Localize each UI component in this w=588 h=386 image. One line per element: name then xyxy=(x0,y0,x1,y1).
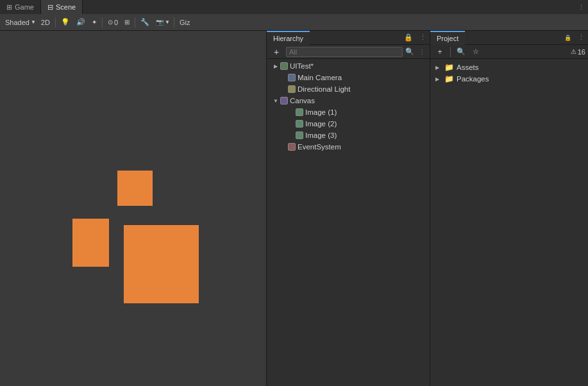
main-area: Hierarchy 🔒 ⋮ + 🔍 ⋮ ▶ UITest* xyxy=(0,31,588,386)
hierarchy-search-menu[interactable]: ⋮ xyxy=(417,48,427,55)
eventsystem-label: EventSystem xyxy=(298,143,341,151)
packages-label: Packages xyxy=(457,75,489,83)
project-badge-count: 16 xyxy=(578,48,585,56)
sep1 xyxy=(55,17,56,28)
directional-light-label: Directional Light xyxy=(298,85,350,93)
project-title: Project xyxy=(437,35,458,42)
camera-dropdown[interactable]: 📷 ▼ xyxy=(153,16,171,29)
tree-item-main-camera[interactable]: ▶ Main Camera xyxy=(267,72,430,83)
tree-item-image1[interactable]: ▶ Image (1) xyxy=(267,106,430,118)
hierarchy-search-bar: + 🔍 ⋮ xyxy=(267,45,430,59)
audio-icon: 🔊 xyxy=(76,18,85,26)
image3-obj-icon xyxy=(295,131,304,140)
uitest-icon xyxy=(280,62,289,71)
image3-label: Image (3) xyxy=(305,131,337,139)
packages-arrow-icon: ▶ xyxy=(435,76,442,82)
tab-game[interactable]: ⊞ Game xyxy=(0,0,41,14)
tab-scene[interactable]: ⊟ Scene xyxy=(41,0,83,14)
hierarchy-panel: Hierarchy 🔒 ⋮ + 🔍 ⋮ ▶ UITest* xyxy=(266,31,430,386)
tree-arrow-uitest: ▶ xyxy=(272,62,280,70)
2d-button[interactable]: 2D xyxy=(38,16,53,29)
fx-button[interactable]: ✦ xyxy=(89,16,99,29)
camera-dropdown-arrow: ▼ xyxy=(165,19,170,25)
project-add-button[interactable]: + xyxy=(433,45,447,59)
hierarchy-header: Hierarchy 🔒 ⋮ xyxy=(267,31,430,45)
camera-obj-icon xyxy=(287,73,296,82)
eventsystem-obj-icon xyxy=(287,142,296,151)
hierarchy-lock-icon[interactable]: 🔒 xyxy=(401,31,416,44)
grid-view-icon: ⊞ xyxy=(124,19,130,26)
assets-label: Assets xyxy=(457,63,479,71)
hierarchy-search-input[interactable] xyxy=(286,47,403,57)
camera-icon: 📷 xyxy=(156,19,164,26)
audio-button[interactable]: 🔊 xyxy=(74,16,88,29)
layers-button[interactable]: ⊙ 0 xyxy=(105,16,121,29)
image2-rect xyxy=(72,219,109,267)
light-obj-icon xyxy=(287,85,296,94)
gizmos-button[interactable]: Giz xyxy=(177,16,193,29)
tree-item-uitest[interactable]: ▶ UITest* xyxy=(267,60,430,72)
search-icon: 🔍 xyxy=(405,47,414,56)
sep3 xyxy=(135,17,135,28)
shaded-label: Shaded xyxy=(5,19,29,26)
add-icon: + xyxy=(274,47,279,57)
image1-obj-icon xyxy=(295,108,304,117)
gizmos-label: Giz xyxy=(180,19,190,26)
tab-bar-menu[interactable]: ⋮ xyxy=(575,0,588,14)
tree-item-image2[interactable]: ▶ Image (2) xyxy=(267,118,430,130)
project-badge-icon: ⚠ xyxy=(571,48,576,55)
hierarchy-tab[interactable]: Hierarchy xyxy=(267,31,310,45)
tab-game-label: Game xyxy=(15,3,34,11)
2d-label: 2D xyxy=(41,19,50,26)
wrench-icon: 🔧 xyxy=(140,18,149,26)
light-icon: 💡 xyxy=(61,18,70,26)
assets-folder-icon: 📁 xyxy=(444,63,454,72)
canvas-obj-icon xyxy=(280,96,289,105)
hierarchy-menu-btn[interactable]: ⋮ xyxy=(416,31,430,44)
folder-packages[interactable]: ▶ 📁 Packages xyxy=(433,73,585,85)
project-fav-button[interactable]: ☆ xyxy=(470,46,482,58)
tree-item-directional-light[interactable]: ▶ Directional Light xyxy=(267,83,430,95)
uitest-label: UITest* xyxy=(290,62,314,70)
gamepad-icon: ⊞ xyxy=(6,3,12,12)
hierarchy-title: Hierarchy xyxy=(273,35,303,42)
project-panel: Project 🔒 ⋮ + 🔍 ☆ ⚠ 16 ▶ 📁 Asset xyxy=(430,31,588,386)
grid-icon: ⊟ xyxy=(47,3,53,12)
sep2 xyxy=(102,17,103,28)
image2-label: Image (2) xyxy=(305,120,337,128)
dropdown-arrow-icon: ▼ xyxy=(31,19,36,25)
image3-rect xyxy=(124,225,199,303)
layers-icon: ⊙ xyxy=(108,19,113,26)
canvas-label: Canvas xyxy=(290,97,315,105)
layers-count: 0 xyxy=(114,19,118,26)
tree-item-eventsystem[interactable]: ▶ EventSystem xyxy=(267,141,430,153)
tab-scene-label: Scene xyxy=(56,3,76,11)
project-header: Project 🔒 ⋮ xyxy=(430,31,588,45)
project-tab[interactable]: Project xyxy=(430,31,465,45)
folder-assets[interactable]: ▶ 📁 Assets xyxy=(433,62,585,73)
scene-toolbar: Shaded ▼ 2D 💡 🔊 ✦ ⊙ 0 ⊞ 🔧 📷 ▼ Giz xyxy=(0,14,588,31)
tree-item-canvas[interactable]: ▼ Canvas xyxy=(267,95,430,106)
shaded-dropdown[interactable]: Shaded ▼ xyxy=(3,16,37,29)
tools-button[interactable]: 🔧 xyxy=(138,16,152,29)
project-lock-icon[interactable]: 🔒 xyxy=(561,31,575,44)
tree-arrow-canvas: ▼ xyxy=(272,97,280,105)
top-tab-bar: ⊞ Game ⊟ Scene ⋮ xyxy=(0,0,588,14)
proj-sep1 xyxy=(450,47,451,57)
image1-rect xyxy=(117,171,153,206)
main-camera-label: Main Camera xyxy=(298,74,342,81)
image2-obj-icon xyxy=(295,119,304,128)
project-menu-btn[interactable]: ⋮ xyxy=(575,31,588,44)
light-button[interactable]: 💡 xyxy=(58,16,72,29)
project-find-button[interactable]: 🔍 xyxy=(454,46,468,58)
tree-item-image3[interactable]: ▶ Image (3) xyxy=(267,130,430,141)
viewport-background xyxy=(0,31,266,386)
packages-folder-icon: 📁 xyxy=(444,74,454,83)
image1-label: Image (1) xyxy=(305,108,337,116)
assets-arrow-icon: ▶ xyxy=(435,65,442,71)
grid-button[interactable]: ⊞ xyxy=(122,16,132,29)
sep4 xyxy=(174,17,174,28)
scene-viewport[interactable] xyxy=(0,31,266,386)
hierarchy-add-button[interactable]: + xyxy=(269,45,283,59)
fx-icon: ✦ xyxy=(92,19,97,26)
